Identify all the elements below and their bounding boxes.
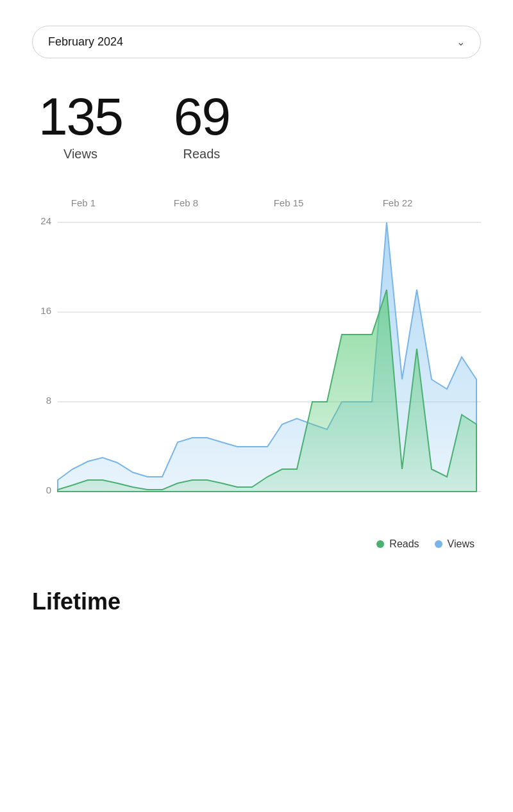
views-label: Views: [38, 147, 122, 162]
svg-text:Feb 15: Feb 15: [274, 197, 304, 208]
reads-count: 69: [174, 90, 230, 143]
svg-text:Feb 8: Feb 8: [174, 197, 198, 208]
svg-text:Feb 22: Feb 22: [383, 197, 413, 208]
chart-svg: 24 16 8 0 Feb 1 Feb 8 Feb 15 Feb 22: [32, 194, 481, 527]
views-dot: [435, 540, 442, 548]
chart-container: 24 16 8 0 Feb 1 Feb 8 Feb 15 Feb 22: [32, 194, 481, 550]
views-count: 135: [38, 90, 122, 143]
legend-views-label: Views: [448, 538, 475, 550]
svg-text:16: 16: [40, 305, 51, 316]
svg-text:24: 24: [40, 215, 51, 226]
svg-text:Feb 1: Feb 1: [71, 197, 96, 208]
lifetime-section: Lifetime: [32, 588, 481, 615]
views-stat: 135 Views: [38, 90, 122, 162]
chevron-down-icon: ⌄: [457, 36, 465, 48]
reads-label: Reads: [174, 147, 230, 162]
reads-stat: 69 Reads: [174, 90, 230, 162]
month-selector-label: February 2024: [48, 35, 123, 49]
legend-reads-label: Reads: [389, 538, 419, 550]
svg-text:0: 0: [46, 485, 51, 495]
reads-dot: [376, 540, 384, 548]
legend-reads: Reads: [376, 538, 419, 550]
legend-views: Views: [435, 538, 475, 550]
chart-area: 24 16 8 0 Feb 1 Feb 8 Feb 15 Feb 22: [32, 194, 481, 529]
lifetime-title: Lifetime: [32, 588, 481, 615]
chart-legend: Reads Views: [32, 538, 481, 550]
stats-row: 135 Views 69 Reads: [32, 90, 481, 162]
month-selector[interactable]: February 2024 ⌄: [32, 26, 481, 58]
svg-text:8: 8: [46, 395, 51, 406]
